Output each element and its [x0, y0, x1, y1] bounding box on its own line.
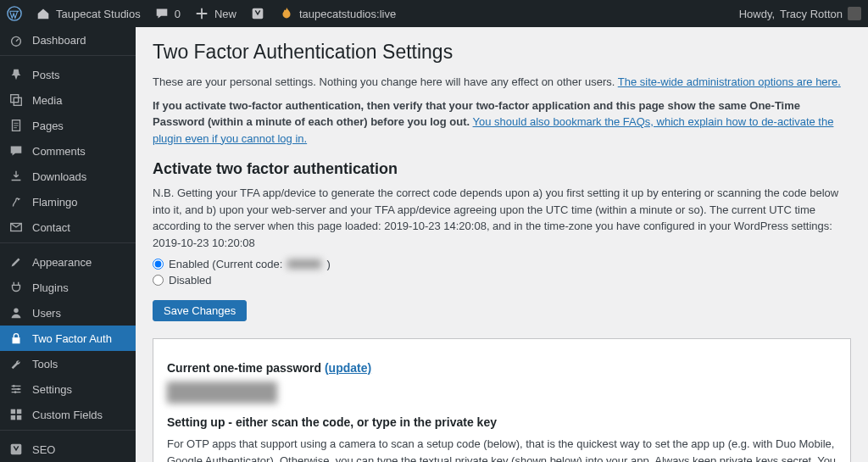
- sidebar-item-tools[interactable]: Tools: [0, 351, 136, 376]
- setup-heading: Setting up - either scan the code, or ty…: [167, 415, 837, 429]
- sidebar-item-label: Posts: [32, 69, 60, 81]
- sidebar-item-media[interactable]: Media: [0, 87, 136, 113]
- download-icon: [8, 169, 24, 184]
- sidebar-item-label: Dashboard: [32, 34, 86, 47]
- user-icon: [8, 305, 24, 320]
- sidebar-item-flamingo[interactable]: Flamingo: [0, 189, 136, 214]
- warning-paragraph: If you activate two-factor authenticatio…: [153, 97, 851, 148]
- sidebar-item-label: Appearance: [32, 256, 92, 269]
- sidebar-item-dashboard[interactable]: Dashboard: [0, 27, 136, 53]
- comments-count: 0: [175, 8, 181, 20]
- sliders-icon: [8, 381, 24, 397]
- svg-rect-4: [14, 97, 21, 105]
- grid-icon: [8, 407, 24, 422]
- avatar: [848, 7, 861, 20]
- plus-icon: [194, 6, 209, 21]
- plug-icon: [8, 280, 24, 295]
- lock-icon: [8, 331, 24, 346]
- svg-point-2: [12, 36, 21, 46]
- env-indicator[interactable]: taupecatstudios:live: [272, 0, 403, 27]
- sidebar-item-custom-fields[interactable]: Custom Fields: [0, 402, 136, 427]
- sidebar-item-plugins[interactable]: Plugins: [0, 275, 136, 300]
- wrench-icon: [8, 356, 24, 371]
- sidebar-item-label: Flamingo: [32, 196, 77, 209]
- wordpress-icon: [7, 6, 22, 21]
- svg-rect-13: [17, 409, 21, 414]
- enabled-label: Enabled (Current code:: [169, 258, 282, 270]
- menu-separator: [0, 242, 136, 247]
- sitewide-options-link[interactable]: The site-wide administration options are…: [618, 75, 841, 88]
- current-code-redacted: [287, 259, 321, 269]
- sidebar-item-appearance[interactable]: Appearance: [0, 249, 136, 275]
- sidebar-item-label: Settings: [32, 383, 72, 396]
- media-icon: [8, 92, 24, 108]
- svg-point-9: [13, 385, 15, 387]
- sidebar-item-contact[interactable]: Contact: [0, 214, 136, 240]
- sidebar-item-label: Media: [32, 94, 62, 107]
- svg-rect-12: [11, 409, 15, 414]
- howdy-account[interactable]: Howdy, Tracy Rotton: [732, 0, 868, 27]
- sidebar-item-posts[interactable]: Posts: [0, 62, 136, 87]
- sidebar-item-label: Two Factor Auth: [32, 332, 112, 345]
- svg-rect-3: [11, 95, 19, 103]
- disabled-radio-row[interactable]: Disabled: [153, 274, 851, 287]
- env-label: taupecatstudios:live: [299, 8, 396, 20]
- svg-point-0: [8, 7, 21, 20]
- sidebar-item-comments[interactable]: Comments: [0, 138, 136, 164]
- svg-point-11: [14, 391, 17, 393]
- page-title: Two Factor Authentication Settings: [153, 36, 851, 67]
- svg-rect-14: [11, 415, 15, 420]
- otp-card: Current one-time password (update) Setti…: [153, 338, 851, 462]
- admin-sidebar: DashboardPostsMediaPagesCommentsDownload…: [0, 27, 136, 462]
- admin-bar: Taupecat Studios 0 New taupecatstudios:l…: [0, 0, 868, 27]
- disabled-label: Disabled: [169, 274, 212, 287]
- sidebar-item-pages[interactable]: Pages: [0, 113, 136, 138]
- sidebar-item-label: Tools: [32, 358, 58, 370]
- comment-icon: [154, 6, 170, 21]
- flame-icon: [279, 6, 294, 21]
- page-icon: [8, 118, 24, 133]
- site-name-link[interactable]: Taupecat Studios: [29, 0, 147, 27]
- svg-point-7: [14, 309, 18, 313]
- setup-body: For OTP apps that support using a camera…: [167, 436, 837, 462]
- yoast-icon: [250, 6, 265, 21]
- howdy-user: Tracy Rotton: [780, 8, 843, 20]
- howdy-prefix: Howdy,: [739, 8, 775, 20]
- otp-heading: Current one-time password (update): [167, 361, 837, 375]
- intro-paragraph: These are your personal settings. Nothin…: [153, 74, 851, 91]
- comments-link[interactable]: 0: [147, 0, 187, 27]
- enabled-label-suffix: ): [326, 258, 330, 270]
- comment-icon: [8, 143, 24, 159]
- sidebar-item-two-factor-auth[interactable]: Two Factor Auth: [0, 326, 136, 351]
- flamingo-icon: [8, 194, 24, 209]
- tfa-enabled-radio[interactable]: [153, 259, 164, 270]
- home-icon: [36, 6, 51, 21]
- menu-separator: [0, 55, 136, 59]
- seo-icon: [8, 442, 24, 457]
- otp-value-redacted: [167, 381, 277, 404]
- sidebar-item-downloads[interactable]: Downloads: [0, 164, 136, 189]
- intro-text: These are your personal settings. Nothin…: [153, 75, 618, 88]
- otp-update-link[interactable]: (update): [325, 361, 371, 375]
- svg-rect-8: [13, 337, 20, 343]
- enabled-radio-row[interactable]: Enabled (Current code: ): [153, 258, 851, 270]
- wp-logo[interactable]: [0, 0, 29, 27]
- save-button[interactable]: Save Changes: [153, 300, 247, 321]
- tfa-disabled-radio[interactable]: [153, 275, 164, 286]
- sidebar-item-label: Plugins: [32, 281, 69, 294]
- pin-icon: [8, 67, 24, 82]
- new-content-link[interactable]: New: [187, 0, 243, 27]
- sidebar-item-label: Pages: [32, 120, 64, 132]
- sidebar-item-seo[interactable]: SEO: [0, 437, 136, 462]
- sidebar-item-label: Custom Fields: [32, 409, 103, 421]
- otp-heading-label: Current one-time password: [167, 361, 321, 375]
- sidebar-item-label: SEO: [32, 443, 55, 456]
- sidebar-item-settings[interactable]: Settings: [0, 376, 136, 402]
- sidebar-item-label: Comments: [32, 145, 86, 158]
- svg-rect-15: [17, 415, 21, 420]
- site-name-label: Taupecat Studios: [56, 8, 141, 20]
- yoast-link[interactable]: [243, 0, 272, 27]
- sidebar-item-users[interactable]: Users: [0, 300, 136, 326]
- menu-separator: [0, 430, 136, 434]
- sidebar-item-label: Downloads: [32, 170, 86, 183]
